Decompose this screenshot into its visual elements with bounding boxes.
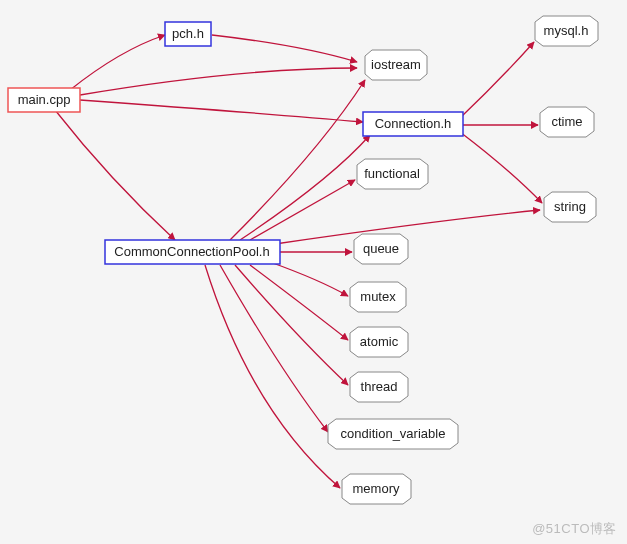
node-iostream: iostream [365, 50, 427, 80]
node-condition-variable: condition_variable [328, 419, 458, 449]
node-mutex: mutex [350, 282, 406, 312]
node-label-memory: memory [353, 481, 400, 496]
edge-pool-atomic [250, 265, 348, 340]
edge-pool-functional [250, 180, 355, 240]
node-label-iostream: iostream [371, 57, 421, 72]
node-mysql-h: mysql.h [535, 16, 598, 46]
edge-pool-thread [235, 265, 348, 385]
node-label-condvar: condition_variable [341, 426, 446, 441]
node-label-mutex: mutex [360, 289, 396, 304]
node-memory: memory [342, 474, 411, 504]
edge-pool-memory [205, 265, 340, 488]
node-label-queue: queue [363, 241, 399, 256]
node-thread: thread [350, 372, 408, 402]
edge-main-iostream [80, 68, 357, 95]
edge-main-conn [80, 100, 363, 122]
node-pch-h: pch.h [165, 22, 211, 46]
node-label-pch: pch.h [172, 26, 204, 41]
node-label-functional: functional [364, 166, 420, 181]
node-queue: queue [354, 234, 408, 264]
node-label-pool: CommonConnectionPool.h [114, 244, 269, 259]
edge-conn-string [460, 132, 542, 203]
edge-pool-conn [240, 135, 370, 240]
edge-conn-mysql [460, 42, 534, 118]
node-label-thread: thread [361, 379, 398, 394]
edge-pch-iostream [212, 35, 357, 62]
node-functional: functional [357, 159, 428, 189]
edge-main-pch [70, 35, 165, 90]
edge-main-pool [55, 110, 175, 240]
edge-pool-string [275, 210, 540, 244]
node-ctime: ctime [540, 107, 594, 137]
node-connection-h: Connection.h [363, 112, 463, 136]
dependency-graph: main.cpp pch.h CommonConnectionPool.h Co… [0, 0, 627, 544]
node-main-cpp: main.cpp [8, 88, 80, 112]
node-label-ctime: ctime [551, 114, 582, 129]
node-label-main: main.cpp [18, 92, 71, 107]
node-atomic: atomic [350, 327, 408, 357]
node-label-conn: Connection.h [375, 116, 452, 131]
node-string: string [544, 192, 596, 222]
node-label-string: string [554, 199, 586, 214]
node-label-atomic: atomic [360, 334, 399, 349]
edge-pool-mutex [270, 262, 348, 296]
node-common-connection-pool-h: CommonConnectionPool.h [105, 240, 280, 264]
node-label-mysql: mysql.h [544, 23, 589, 38]
